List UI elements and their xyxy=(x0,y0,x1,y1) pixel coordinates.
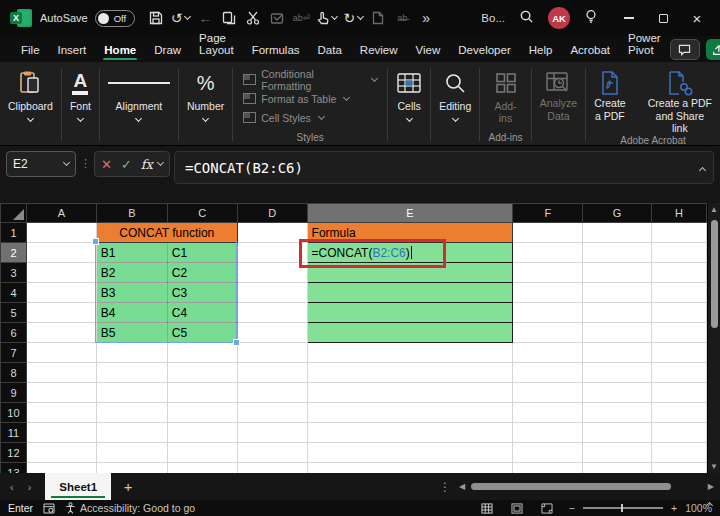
tab-power-pivot[interactable]: Power Pivot xyxy=(619,28,670,62)
insert-function-button[interactable]: fx xyxy=(141,157,163,172)
cell-E12[interactable] xyxy=(307,443,513,463)
cell-G5[interactable] xyxy=(583,303,652,323)
formula-input[interactable]: =CONCAT(B2:C6) xyxy=(174,151,714,184)
sheetbar-menu-icon[interactable]: ⋮ xyxy=(439,480,451,494)
macro-record-icon[interactable] xyxy=(43,503,55,514)
cell-F13[interactable] xyxy=(513,463,583,474)
cell-B1-merged[interactable]: CONCAT function xyxy=(96,223,237,243)
cell-C5[interactable]: C4 xyxy=(167,303,237,323)
row-header-13[interactable]: 13 xyxy=(1,463,27,474)
editing-button[interactable]: Editing xyxy=(431,64,479,121)
cell-E9[interactable] xyxy=(307,383,513,403)
cell-D9[interactable] xyxy=(237,383,307,403)
clipboard-button[interactable]: Clipboard xyxy=(0,64,61,121)
accessibility-status[interactable]: Accessibility: Good to go xyxy=(65,502,195,514)
alignment-button[interactable]: Alignment xyxy=(100,64,178,121)
cell-H10[interactable] xyxy=(652,403,707,423)
scroll-left-icon[interactable]: ◀ xyxy=(459,482,465,491)
analyze-data-button[interactable]: AnalyzeData xyxy=(532,64,585,122)
tab-help[interactable]: Help xyxy=(520,40,562,62)
cell-G10[interactable] xyxy=(583,403,652,423)
scroll-up-icon[interactable]: ▲ xyxy=(708,203,720,216)
cell-D6[interactable] xyxy=(237,323,307,343)
cell-G1[interactable] xyxy=(583,223,652,243)
cell-E1[interactable]: Formula xyxy=(307,223,513,243)
styles-item-format-as-table[interactable]: Format as Table xyxy=(243,89,349,108)
cell-H11[interactable] xyxy=(652,423,707,443)
cell-A1[interactable] xyxy=(26,223,96,243)
cell-G4[interactable] xyxy=(583,283,652,303)
column-header-B[interactable]: B xyxy=(96,204,167,223)
row-header-3[interactable]: 3 xyxy=(1,263,27,283)
cell-C13[interactable] xyxy=(167,463,237,474)
cell-E2[interactable]: =CONCAT(B2:C6) xyxy=(307,243,513,263)
cell-E7[interactable] xyxy=(307,343,513,363)
cell-D7[interactable] xyxy=(237,343,307,363)
save-icon[interactable] xyxy=(145,6,167,30)
cell-C10[interactable] xyxy=(167,403,237,423)
zoom-slider[interactable] xyxy=(583,507,663,508)
cell-C6[interactable]: C5 xyxy=(167,323,237,343)
cell-A9[interactable] xyxy=(26,383,96,403)
cell-G11[interactable] xyxy=(583,423,652,443)
cell-D5[interactable] xyxy=(237,303,307,323)
cell-B11[interactable] xyxy=(96,423,167,443)
number-button[interactable]: % Number xyxy=(179,64,232,121)
create-pdf-button[interactable]: Createa PDF xyxy=(586,64,634,122)
tab-developer[interactable]: Developer xyxy=(449,40,519,62)
cell-F10[interactable] xyxy=(513,403,583,423)
more-commands-icon[interactable]: » xyxy=(415,6,437,30)
cell-D8[interactable] xyxy=(237,363,307,383)
cell-H9[interactable] xyxy=(652,383,707,403)
cell-G7[interactable] xyxy=(583,343,652,363)
cell-G8[interactable] xyxy=(583,363,652,383)
column-header-G[interactable]: G xyxy=(583,204,652,223)
prev-sheet-icon[interactable]: ‹ xyxy=(10,481,14,493)
new-file-icon[interactable] xyxy=(367,6,389,30)
cell-H12[interactable] xyxy=(652,443,707,463)
name-box[interactable]: E2 xyxy=(6,151,76,177)
row-header-12[interactable]: 12 xyxy=(1,443,27,463)
touch-mode-icon[interactable] xyxy=(314,6,339,30)
scroll-right-icon[interactable]: ▶ xyxy=(708,482,714,491)
cell-A3[interactable] xyxy=(26,263,96,283)
paste-icon[interactable] xyxy=(266,6,288,30)
tab-review[interactable]: Review xyxy=(351,40,407,62)
cell-E3[interactable] xyxy=(307,263,513,283)
horizontal-scroll-thumb[interactable] xyxy=(471,483,671,490)
vertical-scrollbar[interactable]: ▲ ▼ xyxy=(707,203,720,473)
cell-F7[interactable] xyxy=(513,343,583,363)
cell-C3[interactable]: C2 xyxy=(167,263,237,283)
cell-G9[interactable] xyxy=(583,383,652,403)
cell-H1[interactable] xyxy=(652,223,707,243)
cell-F8[interactable] xyxy=(513,363,583,383)
formula-bar-drag-handle[interactable]: ⋮ xyxy=(80,151,90,170)
cell-G13[interactable] xyxy=(583,463,652,474)
row-header-5[interactable]: 5 xyxy=(1,303,27,323)
tab-view[interactable]: View xyxy=(407,40,450,62)
cell-G3[interactable] xyxy=(583,263,652,283)
zoom-out-button[interactable]: − xyxy=(569,502,575,514)
autosave-toggle[interactable]: Off xyxy=(95,10,135,27)
cell-H4[interactable] xyxy=(652,283,707,303)
excel-logo-icon[interactable]: X xyxy=(10,7,32,29)
cell-A13[interactable] xyxy=(26,463,96,474)
tab-acrobat[interactable]: Acrobat xyxy=(561,40,619,62)
cell-C11[interactable] xyxy=(167,423,237,443)
zoom-slider-thumb[interactable] xyxy=(621,504,623,512)
row-header-6[interactable]: 6 xyxy=(1,323,27,343)
cell-D1[interactable] xyxy=(237,223,307,243)
zoom-in-button[interactable]: + xyxy=(671,502,677,514)
account-avatar[interactable]: AK xyxy=(548,7,570,29)
workbook-name[interactable]: Bo... xyxy=(481,12,505,24)
page-layout-view-icon[interactable] xyxy=(511,503,523,514)
cell-B6[interactable]: B5 xyxy=(96,323,167,343)
cell-B12[interactable] xyxy=(96,443,167,463)
cell-F3[interactable] xyxy=(513,263,583,283)
cell-G12[interactable] xyxy=(583,443,652,463)
select-all-corner[interactable] xyxy=(1,204,27,223)
cell-D12[interactable] xyxy=(237,443,307,463)
copy-icon[interactable] xyxy=(218,6,240,30)
cell-D3[interactable] xyxy=(237,263,307,283)
formula-bar-collapse-icon[interactable] xyxy=(700,160,705,176)
